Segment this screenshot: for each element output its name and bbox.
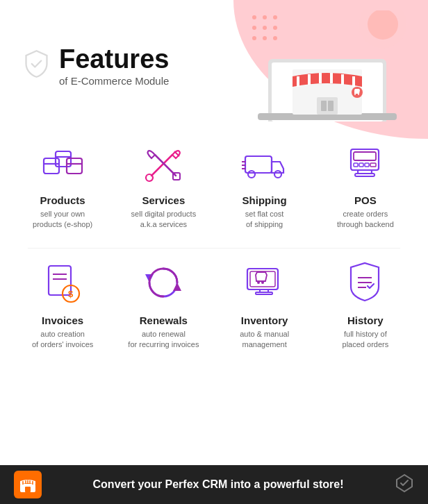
invoices-title: Invoices (42, 314, 83, 326)
svg-rect-43 (370, 163, 376, 167)
services-icon (139, 139, 188, 187)
renewals-title: Renewals (140, 314, 188, 326)
renewals-desc: auto renewalfor recurring invoices (128, 329, 199, 351)
svg-rect-15 (328, 101, 334, 111)
features-section: Products sell your ownproducts (e-shop) … (0, 125, 428, 358)
products-desc: sell your ownproducts (e-shop) (33, 209, 92, 230)
shipping-icon (240, 139, 289, 187)
header-text: Features of E-Commerce Module (59, 45, 169, 87)
services-title: Services (142, 194, 186, 206)
svg-rect-58 (256, 292, 272, 294)
features-row-2: $ Invoices auto creationof orders' invoi… (14, 252, 414, 358)
svg-point-55 (257, 281, 260, 284)
row-divider (28, 248, 400, 249)
bottom-bar: Convert your Perfex CRM into a powerful … (0, 465, 428, 504)
svg-rect-41 (359, 163, 363, 167)
invoices-icon: $ (38, 259, 87, 308)
pos-title: POS (354, 194, 377, 206)
shield-icon (21, 49, 52, 83)
pos-icon (341, 139, 390, 187)
store-icon (14, 471, 42, 498)
invoices-desc: auto creationof orders' invoices (32, 329, 93, 351)
feature-invoices: $ Invoices auto creationof orders' invoi… (14, 252, 111, 358)
services-desc: sell digital productsa.k.a services (131, 209, 197, 230)
header-left: Features of E-Commerce Module (21, 45, 169, 87)
history-title: History (347, 314, 384, 326)
features-row-1: Products sell your ownproducts (e-shop) … (14, 132, 414, 237)
page-title: Features (59, 45, 169, 74)
svg-text:$: $ (68, 289, 74, 299)
svg-rect-42 (365, 163, 369, 167)
history-desc: full history ofplaced orders (343, 329, 389, 351)
header: Features of E-Commerce Module (0, 0, 428, 125)
svg-point-18 (358, 94, 359, 95)
svg-rect-68 (25, 487, 31, 492)
svg-point-28 (146, 174, 153, 181)
svg-rect-14 (321, 101, 327, 111)
svg-rect-40 (354, 163, 358, 167)
svg-point-17 (354, 94, 356, 95)
products-title: Products (40, 194, 85, 206)
brand-logo (395, 473, 414, 496)
renewals-icon (139, 259, 188, 308)
svg-point-56 (261, 281, 264, 284)
svg-marker-52 (173, 283, 181, 291)
feature-products: Products sell your ownproducts (e-shop) (14, 132, 111, 237)
svg-line-27 (151, 155, 172, 176)
svg-point-34 (274, 171, 281, 178)
svg-line-29 (174, 151, 179, 156)
feature-renewals: Renewals auto renewalfor recurring invoi… (115, 252, 212, 358)
shipping-title: Shipping (242, 194, 287, 206)
svg-point-33 (248, 171, 255, 178)
svg-rect-54 (250, 271, 275, 287)
page-subtitle: of E-Commerce Module (59, 75, 169, 87)
feature-pos: POS create ordersthrough backend (317, 132, 414, 237)
history-icon (341, 259, 390, 308)
svg-rect-32 (245, 156, 272, 173)
feature-history: History full history ofplaced orders (317, 252, 414, 358)
feature-inventory: Inventory auto & manualmanagement (216, 252, 313, 358)
svg-line-30 (155, 155, 176, 176)
svg-point-20 (368, 10, 398, 40)
inventory-desc: auto & manualmanagement (240, 329, 289, 351)
feature-shipping: Shipping set flat costof shipping (216, 132, 313, 237)
header-illustration (254, 10, 407, 121)
inventory-title: Inventory (241, 314, 288, 326)
svg-rect-39 (354, 152, 376, 160)
inventory-icon (240, 259, 289, 308)
svg-rect-13 (317, 97, 338, 115)
cta-text: Convert your Perfex CRM into a powerful … (42, 478, 395, 491)
products-icon (38, 139, 87, 187)
shipping-desc: set flat costof shipping (245, 209, 284, 230)
svg-rect-45 (355, 174, 374, 176)
feature-services: Services sell digital productsa.k.a serv… (115, 132, 212, 237)
pos-desc: create ordersthrough backend (337, 209, 394, 230)
